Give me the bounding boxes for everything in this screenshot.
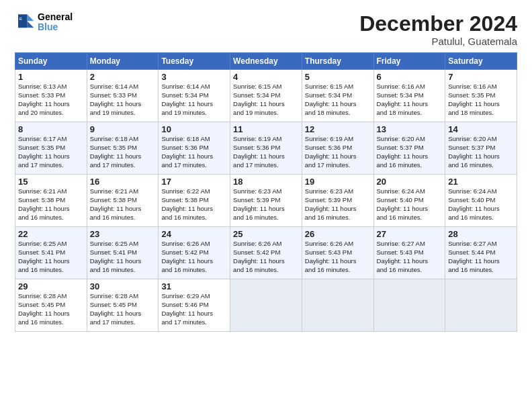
cell-line: Sunrise: 6:18 AM (161, 135, 227, 144)
cell-line: Daylight: 11 hours (161, 152, 227, 161)
cell-line: and 18 minutes. (448, 109, 514, 118)
day-number: 2 (90, 72, 156, 82)
calendar-cell (373, 279, 445, 332)
cell-line: Sunrise: 6:18 AM (90, 135, 156, 144)
calendar-cell: 27Sunrise: 6:27 AMSunset: 5:43 PMDayligh… (373, 227, 445, 279)
calendar-cell: 31Sunrise: 6:29 AMSunset: 5:46 PMDayligh… (159, 279, 230, 332)
cell-line: Sunset: 5:46 PM (161, 301, 227, 310)
cell-line: Sunrise: 6:15 AM (305, 83, 371, 91)
cell-line: Sunset: 5:38 PM (18, 196, 84, 205)
day-number: 29 (18, 281, 84, 291)
cell-line: Sunrise: 6:19 AM (305, 135, 371, 144)
cell-line: Daylight: 11 hours (18, 152, 84, 161)
cell-line: Sunset: 5:36 PM (305, 144, 371, 152)
calendar-cell: 13Sunrise: 6:20 AMSunset: 5:37 PMDayligh… (373, 122, 445, 175)
calendar-cell: 18Sunrise: 6:23 AMSunset: 5:39 PMDayligh… (230, 175, 302, 227)
cell-line: Daylight: 11 hours (305, 205, 371, 214)
cell-line: Sunrise: 6:21 AM (18, 187, 84, 196)
calendar-cell: 26Sunrise: 6:26 AMSunset: 5:43 PMDayligh… (302, 227, 373, 279)
cell-line: Sunset: 5:45 PM (18, 301, 84, 310)
main-title: December 2024 (359, 12, 517, 36)
header-cell-tuesday: Tuesday (159, 53, 230, 70)
cell-line: Sunset: 5:42 PM (161, 248, 227, 257)
week-row-3: 15Sunrise: 6:21 AMSunset: 5:38 PMDayligh… (15, 175, 517, 227)
calendar-cell: 29Sunrise: 6:28 AMSunset: 5:45 PMDayligh… (15, 279, 87, 332)
cell-line: Daylight: 11 hours (90, 257, 156, 266)
cell-line: Daylight: 11 hours (90, 100, 156, 109)
cell-line: Daylight: 11 hours (90, 152, 156, 161)
cell-line: Sunrise: 6:26 AM (161, 240, 227, 248)
header-cell-saturday: Saturday (445, 53, 517, 70)
cell-line: Daylight: 11 hours (233, 257, 299, 266)
day-number: 9 (90, 124, 156, 134)
cell-line: and 16 minutes. (18, 266, 84, 275)
cell-line: Sunrise: 6:20 AM (448, 135, 514, 144)
cell-line: Daylight: 11 hours (161, 100, 227, 109)
cell-line: and 16 minutes. (377, 266, 443, 275)
svg-marker-1 (27, 21, 34, 28)
cell-line: Sunrise: 6:24 AM (448, 187, 514, 196)
header-cell-friday: Friday (373, 53, 445, 70)
cell-line: Sunset: 5:35 PM (448, 91, 514, 100)
cell-line: Daylight: 11 hours (377, 152, 443, 161)
cell-line: Sunset: 5:34 PM (233, 91, 299, 100)
day-number: 4 (233, 72, 299, 82)
subtitle: Patulul, Guatemala (359, 36, 517, 47)
calendar-cell: 28Sunrise: 6:27 AMSunset: 5:44 PMDayligh… (445, 227, 517, 279)
cell-line: Sunrise: 6:14 AM (90, 83, 156, 91)
cell-line: Daylight: 11 hours (377, 205, 443, 214)
day-number: 7 (448, 72, 514, 82)
cell-line: and 16 minutes. (161, 214, 227, 222)
cell-line: and 16 minutes. (90, 266, 156, 275)
cell-line: Daylight: 11 hours (305, 100, 371, 109)
day-number: 14 (448, 124, 514, 134)
calendar-cell: 7Sunrise: 6:16 AMSunset: 5:35 PMDaylight… (445, 70, 517, 122)
cell-line: and 16 minutes. (90, 214, 156, 222)
day-number: 5 (305, 72, 371, 82)
cell-line: Sunrise: 6:20 AM (377, 135, 443, 144)
cell-line: and 17 minutes. (161, 318, 227, 327)
cell-line: Daylight: 11 hours (448, 152, 514, 161)
calendar-cell (230, 279, 302, 332)
cell-line: Sunset: 5:35 PM (90, 144, 156, 152)
day-number: 10 (161, 124, 227, 134)
header-cell-thursday: Thursday (302, 53, 373, 70)
cell-line: Sunrise: 6:23 AM (233, 187, 299, 196)
cell-line: Daylight: 11 hours (161, 205, 227, 214)
cell-line: and 17 minutes. (90, 318, 156, 327)
header-cell-wednesday: Wednesday (230, 53, 302, 70)
cell-line: Sunrise: 6:27 AM (377, 240, 443, 248)
cell-line: Sunrise: 6:29 AM (161, 292, 227, 301)
cell-line: Daylight: 11 hours (161, 310, 227, 318)
week-row-2: 8Sunrise: 6:17 AMSunset: 5:35 PMDaylight… (15, 122, 517, 175)
day-number: 16 (90, 177, 156, 187)
calendar-cell: 22Sunrise: 6:25 AMSunset: 5:41 PMDayligh… (15, 227, 87, 279)
day-number: 25 (233, 229, 299, 239)
cell-line: Sunset: 5:36 PM (233, 144, 299, 152)
logo-icon: G (15, 12, 35, 32)
cell-line: Sunrise: 6:21 AM (90, 187, 156, 196)
cell-line: Sunrise: 6:17 AM (18, 135, 84, 144)
cell-line: Daylight: 11 hours (90, 205, 156, 214)
svg-marker-0 (27, 15, 34, 21)
cell-line: and 20 minutes. (18, 109, 84, 118)
cell-line: and 16 minutes. (161, 266, 227, 275)
cell-line: and 16 minutes. (377, 214, 443, 222)
day-number: 21 (448, 177, 514, 187)
calendar-cell: 3Sunrise: 6:14 AMSunset: 5:34 PMDaylight… (159, 70, 230, 122)
cell-line: Sunset: 5:41 PM (90, 248, 156, 257)
cell-line: and 17 minutes. (305, 161, 371, 170)
calendar-cell: 30Sunrise: 6:28 AMSunset: 5:45 PMDayligh… (87, 279, 159, 332)
calendar-cell (302, 279, 373, 332)
cell-line: and 17 minutes. (233, 161, 299, 170)
cell-line: and 19 minutes. (233, 109, 299, 118)
cell-line: Sunset: 5:34 PM (305, 91, 371, 100)
svg-text:G: G (19, 17, 22, 21)
cell-line: Daylight: 11 hours (18, 100, 84, 109)
header-cell-sunday: Sunday (15, 53, 87, 70)
week-row-4: 22Sunrise: 6:25 AMSunset: 5:41 PMDayligh… (15, 227, 517, 279)
cell-line: and 16 minutes. (18, 214, 84, 222)
calendar-cell: 9Sunrise: 6:18 AMSunset: 5:35 PMDaylight… (87, 122, 159, 175)
cell-line: Sunset: 5:34 PM (377, 91, 443, 100)
cell-line: Sunrise: 6:13 AM (18, 83, 84, 91)
